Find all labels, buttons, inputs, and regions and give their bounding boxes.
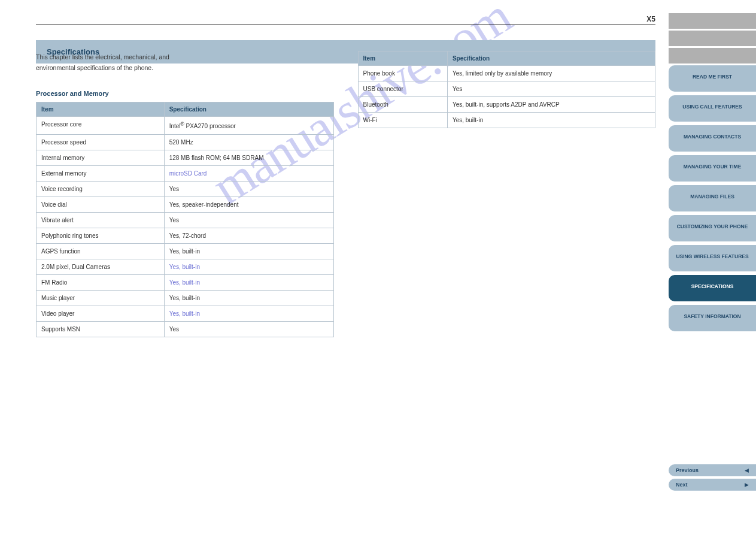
section-tab[interactable]: SPECIFICATIONS [669,275,756,301]
table-row: AGPS functionYes, built-in [37,243,334,259]
left-column: This chapter lists the electrical, mecha… [36,51,334,337]
cell-item: Voice recording [37,181,165,197]
table-row: Music playerYes, built-in [37,290,334,306]
cell-item: Supports MSN [37,321,165,337]
cell-spec: Yes, built-in [164,243,333,259]
table-row: Voice dialYes, speaker-independent [37,197,334,212]
table-row: Vibrate alertYes [37,212,334,228]
prev-label: Previous [676,467,699,473]
cell-item: Processor core [37,117,165,134]
cell-spec: Yes, speaker-independent [164,197,333,212]
cell-item: Music player [37,290,165,306]
table-row: Phone bookYes, limited only by available… [358,66,655,81]
cell-item: 2.0M pixel, Dual Cameras [37,259,165,274]
cell-spec: Yes [447,81,655,97]
th-spec: Specification [447,52,655,66]
spec-link[interactable]: Yes, built-in [169,264,200,270]
cell-spec: Intel® PXA270 processor [164,117,333,134]
cell-item: Wi-Fi [358,113,447,128]
intro-line: This chapter lists the electrical, mecha… [36,53,334,62]
table-header-row: Item Specification [37,102,334,117]
subsection-heading: Processor and Memory [36,90,334,97]
cell-item: Video player [37,306,165,321]
section-tab[interactable]: SAFETY INFORMATION [669,305,756,331]
triangle-left-icon: ◀ [745,467,749,473]
spec-link[interactable]: Yes, built-in [169,279,200,286]
table-row: BluetoothYes, built-in, supports A2DP an… [358,97,655,113]
cell-item: Internal memory [37,150,165,165]
table-row: FM RadioYes, built-in [37,274,334,290]
cell-spec: 520 MHz [164,134,333,150]
table-row: Voice recordingYes [37,181,334,197]
table-row: USB connectorYes [358,81,655,97]
section-tab[interactable]: USING WIRELESS FEATURES [669,245,756,271]
content-area: X5 Specifications This chapter lists the… [36,15,655,72]
th-item: Item [358,52,447,66]
next-page-button[interactable]: Next▶ [669,479,756,491]
side-tabs: READ ME FIRSTUSING CALL FEATURESMANAGING… [669,13,756,335]
table-row: Processor coreIntel® PXA270 processor [37,117,334,134]
header-divider [36,25,655,25]
table-row: Polyphonic ring tonesYes, 72-chord [37,228,334,243]
intro-text: This chapter lists the electrical, mecha… [36,53,334,72]
cell-spec: microSD Card [164,165,333,181]
table-header-row: Item Specification [358,52,655,66]
table-row: Supports MSNYes [37,321,334,337]
spec-link[interactable]: microSD Card [169,170,207,177]
cell-spec: Yes, built-in [447,113,655,128]
cell-item: Bluetooth [358,97,447,113]
table-row: Wi-FiYes, built-in [358,113,655,128]
cell-spec: Yes, built-in [164,290,333,306]
cell-item: Voice dial [37,197,165,212]
cell-spec: Yes [164,321,333,337]
cell-spec: Yes [164,181,333,197]
section-tab[interactable]: READ ME FIRST [669,65,756,92]
tab-spacer [669,31,756,46]
table-row: 2.0M pixel, Dual CamerasYes, built-in [37,259,334,274]
page-header: X5 [36,15,655,23]
cell-item: Processor speed [37,134,165,150]
cell-spec: Yes, built-in [164,306,333,321]
section-tab[interactable]: USING CALL FEATURES [669,95,756,122]
triangle-right-icon: ▶ [745,482,749,488]
cell-item: External memory [37,165,165,181]
cell-spec: 128 MB flash ROM; 64 MB SDRAM [164,150,333,165]
cell-item: USB connector [358,81,447,97]
spec-link[interactable]: Yes, built-in [169,310,200,317]
right-column: Item Specification Phone bookYes, limite… [358,51,656,337]
cell-spec: Yes, built-in [164,259,333,274]
table-row: Video playerYes, built-in [37,306,334,321]
section-tab[interactable]: MANAGING YOUR TIME [669,155,756,182]
cell-item: FM Radio [37,274,165,290]
prev-page-button[interactable]: ◀Previous [669,464,756,476]
cell-item: Vibrate alert [37,212,165,228]
table-row: Processor speed520 MHz [37,134,334,150]
cell-spec: Yes, built-in [164,274,333,290]
page-navigation: ◀Previous Next▶ [669,464,756,493]
specs-table-right: Item Specification Phone bookYes, limite… [358,51,656,128]
two-column-layout: This chapter lists the electrical, mecha… [36,51,655,337]
tab-spacer [669,48,756,64]
cell-spec: Yes, built-in, supports A2DP and AVRCP [447,97,655,113]
cell-item: AGPS function [37,243,165,259]
cell-spec: Yes [164,212,333,228]
cell-item: Phone book [358,66,447,81]
next-label: Next [676,482,688,488]
th-item: Item [37,102,165,117]
section-tab[interactable]: MANAGING FILES [669,185,756,211]
th-spec: Specification [164,102,333,117]
section-tab[interactable]: MANAGING CONTACTS [669,125,756,152]
cell-spec: Yes, limited only by available memory [447,66,655,81]
intro-line: environmental specifications of the phon… [36,64,334,72]
cell-item: Polyphonic ring tones [37,228,165,243]
specs-table-left: Item Specification Processor coreIntel® … [36,102,334,337]
cell-spec: Yes, 72-chord [164,228,333,243]
table-row: External memorymicroSD Card [37,165,334,181]
tab-spacer [669,13,756,29]
table-row: Internal memory128 MB flash ROM; 64 MB S… [37,150,334,165]
section-tab[interactable]: CUSTOMIZING YOUR PHONE [669,215,756,241]
